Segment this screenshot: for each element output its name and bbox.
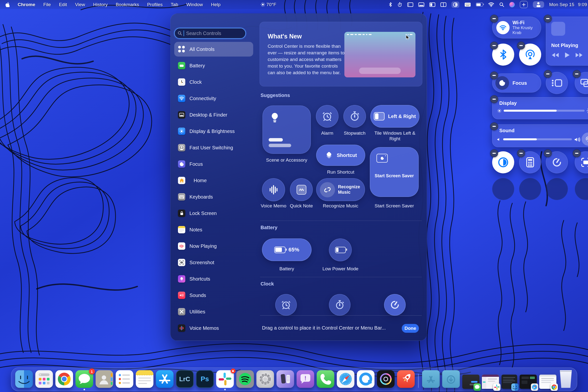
sidebar-item-home[interactable]: Home: [174, 173, 253, 188]
siri-status-icon[interactable]: [509, 2, 515, 7]
remove-timer-button[interactable]: [544, 149, 552, 157]
sidebar-item-battery[interactable]: Battery: [174, 58, 253, 73]
control-center-status-icon[interactable]: [533, 1, 544, 8]
menu-file[interactable]: File: [43, 2, 51, 7]
dock-slack[interactable]: [216, 370, 234, 388]
dock-minimized-messages-window[interactable]: [462, 374, 479, 389]
start-screen-saver-control[interactable]: Start Screen Saver: [370, 147, 419, 197]
remove-calculator-button[interactable]: [517, 149, 525, 157]
menu-edit[interactable]: Edit: [59, 2, 67, 7]
battery-control[interactable]: 65%: [262, 238, 312, 261]
voice-memo-control[interactable]: [262, 178, 285, 201]
menu-help[interactable]: Help: [211, 2, 221, 7]
remove-display-button[interactable]: [490, 95, 498, 103]
alarm-control[interactable]: [316, 105, 339, 128]
clock-stopwatch-control[interactable]: [329, 294, 351, 316]
sidebar-item-lock-screen[interactable]: Lock Screen: [174, 206, 253, 220]
stopwatch-control[interactable]: [343, 105, 366, 128]
dock-feedback-assistant[interactable]: !: [297, 370, 314, 388]
clock-alarm-control[interactable]: [275, 294, 297, 316]
wifi-status-icon[interactable]: [488, 2, 494, 7]
sidebar-item-all-controls[interactable]: All Controls: [174, 42, 253, 56]
dock-contacts[interactable]: [96, 370, 113, 388]
rewind-icon[interactable]: [551, 53, 559, 58]
sidebar-item-utilities[interactable]: Utilities: [174, 304, 253, 319]
sidebar-item-desktop-finder[interactable]: Desktop & Finder: [174, 108, 253, 122]
sidebar-item-connectivity[interactable]: Connectivity: [174, 91, 253, 106]
remove-now-playing-button[interactable]: [544, 15, 552, 22]
run-shortcut-control[interactable]: Shortcut: [316, 145, 365, 166]
play-icon[interactable]: [564, 52, 570, 58]
active-app-menu[interactable]: Chrome: [18, 2, 35, 7]
dock-minimized-chrome-window[interactable]: [539, 374, 556, 389]
remove-wifi-button[interactable]: [490, 15, 498, 22]
dock-lightroom-classic[interactable]: LrC: [176, 370, 194, 388]
dock-notes[interactable]: [136, 370, 153, 388]
keyboard-switcher-status-icon[interactable]: [464, 2, 471, 7]
dock-quicktime[interactable]: [357, 370, 375, 388]
dock-app-store[interactable]: [156, 370, 174, 388]
dock-phone[interactable]: [317, 370, 334, 388]
sidebar-item-fast-user-switching[interactable]: Fast User Switching: [174, 140, 253, 155]
menu-history[interactable]: History: [93, 2, 108, 7]
dock-applications-folder[interactable]: [422, 370, 440, 388]
dock-chrome[interactable]: [55, 370, 73, 388]
cc-wifi-module[interactable]: Wi-Fi The Krusty Krab: [492, 17, 541, 38]
done-button[interactable]: Done: [402, 324, 419, 333]
weather-status[interactable]: 70°F: [260, 2, 276, 7]
remove-stage-manager-button[interactable]: [544, 70, 552, 78]
dock-launchpad[interactable]: [35, 370, 53, 388]
sidebar-item-shortcuts[interactable]: Shortcuts: [174, 272, 253, 286]
cc-now-playing-module[interactable]: Not Playing: [546, 17, 588, 66]
menu-view[interactable]: View: [75, 2, 85, 7]
tile-split-status-icon[interactable]: [440, 2, 446, 7]
dock-messages[interactable]: 1: [76, 370, 93, 388]
timer-status-icon[interactable]: [397, 2, 402, 7]
remove-dark-mode-button[interactable]: [490, 149, 498, 157]
dock-safari[interactable]: [337, 370, 354, 388]
bluetooth-status-icon[interactable]: [389, 2, 392, 7]
dock-remote[interactable]: [276, 370, 294, 388]
dock-downloads-folder[interactable]: [442, 370, 460, 388]
dock-rocket[interactable]: [397, 370, 415, 388]
scene-or-accessory-control[interactable]: [262, 106, 311, 154]
dock-photoshop[interactable]: Ps: [196, 370, 214, 388]
sidebar-item-keyboards[interactable]: Keyboards: [174, 190, 253, 204]
tile-left-status-icon[interactable]: [429, 2, 435, 7]
fast-forward-icon[interactable]: [575, 53, 583, 58]
menu-bookmarks[interactable]: Bookmarks: [116, 2, 139, 7]
remove-bluetooth-button[interactable]: [490, 42, 498, 50]
add-control-status-icon[interactable]: [520, 1, 528, 8]
cc-focus-module[interactable]: Focus: [492, 74, 541, 92]
dock-finder[interactable]: [15, 370, 33, 388]
sound-output-button[interactable]: [582, 132, 588, 146]
sidebar-item-screenshot[interactable]: Screenshot: [174, 255, 253, 270]
remove-screenshot-button[interactable]: [573, 149, 581, 157]
sidebar-item-now-playing[interactable]: Now Playing: [174, 239, 253, 254]
sidebar-item-notes[interactable]: Notes: [174, 222, 253, 237]
menu-bar-date[interactable]: Mon Sep 15: [549, 2, 574, 7]
menu-bar-time[interactable]: 9:09: [578, 2, 587, 7]
menu-tab[interactable]: Tab: [171, 2, 178, 7]
sidebar-panel-status-icon[interactable]: [407, 2, 413, 7]
dock-reminders[interactable]: [116, 370, 133, 388]
remove-focus-button[interactable]: [490, 72, 498, 79]
search-status-icon[interactable]: [499, 2, 504, 7]
sidebar-item-display-brightness[interactable]: Display & Brightness: [174, 124, 253, 138]
search-controls-field[interactable]: [174, 28, 246, 39]
menu-profiles[interactable]: Profiles: [147, 2, 162, 7]
apple-menu-icon[interactable]: [6, 2, 10, 7]
sidebar-item-voice-memos[interactable]: Voice Memos: [174, 321, 253, 336]
contrast-status-icon[interactable]: [451, 2, 459, 8]
low-power-mode-control[interactable]: [329, 238, 352, 261]
sidebar-item-sounds[interactable]: Sounds: [174, 288, 253, 303]
sidebar-item-focus[interactable]: Focus: [174, 157, 253, 172]
search-input[interactable]: [186, 30, 242, 36]
dock-spotify[interactable]: [236, 370, 254, 388]
dock-trash[interactable]: [559, 370, 573, 388]
menu-window[interactable]: Window: [186, 2, 203, 7]
dock-image-playground[interactable]: [377, 370, 395, 388]
cc-sound-module[interactable]: Sound: [492, 124, 588, 147]
dock-minimized-finder-window[interactable]: [501, 374, 517, 389]
quick-note-control[interactable]: [290, 178, 313, 201]
